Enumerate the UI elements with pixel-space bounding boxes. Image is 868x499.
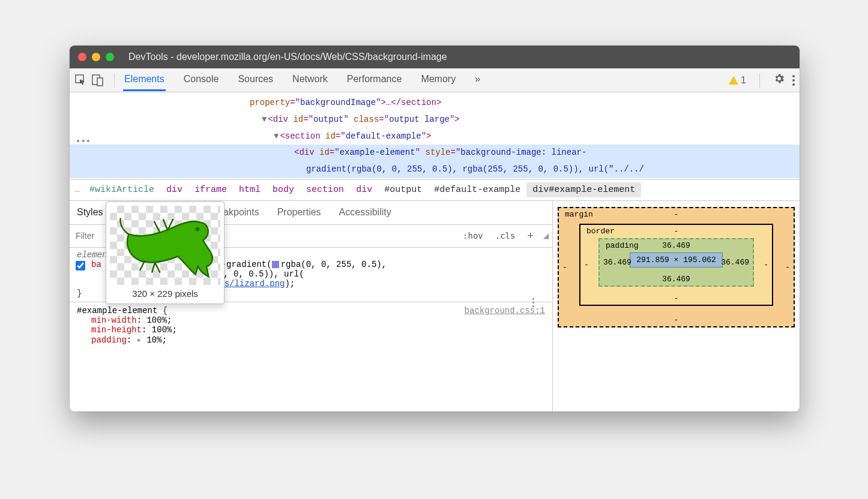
tab-performance[interactable]: Performance (346, 69, 403, 91)
warning-icon (729, 76, 738, 85)
margin-left[interactable]: - (562, 263, 567, 272)
box-border[interactable]: border - - - - padding 36.469 36.469 36.… (579, 224, 773, 306)
style-declaration[interactable]: min-width: 100%; (77, 315, 545, 325)
zoom-window-button[interactable] (106, 53, 114, 61)
padding-right[interactable]: 36.469 (721, 258, 749, 267)
minimize-window-button[interactable] (92, 53, 100, 61)
close-window-button[interactable] (78, 53, 86, 61)
rule-close: } (77, 288, 82, 298)
border-top[interactable]: - (674, 227, 679, 236)
dom-line[interactable]: gradient(rgba(0, 0, 255, 0.5), rgba(255,… (70, 161, 800, 178)
margin-bottom[interactable]: - (674, 315, 679, 324)
rule-menu-icon[interactable] (532, 298, 534, 307)
side-tab-accessibility[interactable]: Accessibility (339, 207, 391, 218)
image-preview-tooltip: 320 × 229 pixels (106, 202, 225, 304)
dom-line[interactable]: ▼<div id="output" class="output large"> (70, 112, 800, 128)
box-padding[interactable]: padding 36.469 36.469 36.469 36.469 291.… (598, 238, 754, 287)
style-declaration[interactable]: padding: ▸ 10%; (77, 335, 545, 345)
cls-toggle[interactable]: .cls (489, 231, 522, 241)
box-content[interactable]: 291.859 × 195.062 (630, 252, 723, 267)
breadcrumb[interactable]: html (233, 182, 267, 197)
breadcrumb[interactable]: div (160, 182, 188, 197)
lizard-icon (114, 210, 216, 281)
border-left[interactable]: - (584, 260, 589, 269)
padding-bottom[interactable]: 36.469 (662, 275, 690, 284)
image-preview (110, 206, 220, 285)
settings-icon[interactable] (773, 73, 785, 88)
inspect-icon[interactable] (74, 74, 88, 87)
border-label: border (586, 227, 615, 236)
dom-line[interactable]: <div id="example-element" style="backgro… (70, 145, 800, 161)
css-property: ba (91, 260, 101, 269)
margin-right[interactable]: - (785, 263, 790, 272)
padding-left[interactable]: 36.469 (603, 258, 631, 267)
more-options-icon[interactable] (792, 75, 795, 86)
svg-rect-2 (97, 78, 103, 86)
device-toolbar-icon[interactable] (91, 74, 104, 87)
side-tab-properties[interactable]: Properties (277, 207, 321, 218)
traffic-lights (78, 53, 114, 61)
ellipsis-icon[interactable]: ••• (73, 136, 93, 148)
expand-corner-icon[interactable]: ◢ (540, 232, 552, 240)
side-tab-styles[interactable]: Styles (77, 207, 103, 218)
rule-selector: #example-element { background.css:1 (77, 306, 545, 315)
toolbar: Elements Console Sources Network Perform… (70, 68, 800, 92)
tab-network[interactable]: Network (291, 69, 329, 91)
twisty-icon[interactable]: ▼ (274, 131, 279, 141)
new-style-rule-button[interactable]: + (521, 230, 540, 242)
tab-elements[interactable]: Elements (123, 69, 166, 91)
dom-selected-row[interactable]: ••• <div id="example-element" style="bac… (70, 145, 800, 178)
breadcrumb-selected[interactable]: div#example-element (526, 182, 641, 197)
dom-line[interactable]: ▼<section id="default-example"> (70, 128, 800, 145)
border-bottom[interactable]: - (674, 294, 679, 303)
separator (759, 73, 760, 88)
warning-number: 1 (741, 75, 746, 86)
border-right[interactable]: - (764, 260, 768, 269)
tab-console[interactable]: Console (182, 69, 220, 91)
breadcrumb[interactable]: div (350, 182, 378, 197)
breadcrumb[interactable]: #output (378, 182, 428, 197)
tab-memory[interactable]: Memory (420, 69, 457, 91)
breadcrumb[interactable]: #wikiArticle (83, 182, 160, 197)
toolbar-right: 1 (729, 73, 795, 88)
breadcrumbs[interactable]: … #wikiArticle div iframe html body sect… (70, 179, 800, 201)
more-tabs-chevron[interactable]: » (474, 69, 481, 91)
dom-line[interactable]: property="backgroundImage">…</section> (70, 95, 800, 112)
image-dimensions: 320 × 229 pixels (110, 288, 220, 299)
style-declaration[interactable]: min-height: 100%; (77, 325, 545, 335)
margin-top[interactable]: - (674, 210, 679, 219)
expand-shorthand-icon[interactable]: ▸ (137, 335, 142, 345)
breadcrumb[interactable]: section (300, 182, 350, 197)
breadcrumb-ellipsis[interactable]: … (74, 185, 80, 195)
source-link[interactable]: background.css:1 (465, 306, 545, 315)
panel-tabs: Elements Console Sources Network Perform… (123, 69, 481, 91)
twisty-icon[interactable]: ▼ (262, 115, 267, 124)
dom-tree[interactable]: property="backgroundImage">…</section> ▼… (70, 92, 800, 179)
breadcrumb[interactable]: #default-example (428, 182, 526, 197)
color-swatch-icon[interactable] (272, 261, 279, 268)
box-margin[interactable]: margin - - - - border - - - - padding 36… (558, 207, 795, 327)
hov-toggle[interactable]: :hov (457, 231, 489, 241)
margin-label: margin (565, 210, 593, 219)
padding-top[interactable]: 36.469 (662, 241, 690, 250)
box-model-pane: margin - - - - border - - - - padding 36… (552, 201, 800, 411)
window-title: DevTools - developer.mozilla.org/en-US/d… (128, 52, 447, 62)
warning-count[interactable]: 1 (729, 75, 746, 86)
breadcrumb[interactable]: body (267, 182, 300, 197)
svg-point-3 (196, 227, 200, 232)
padding-label: padding (606, 241, 639, 250)
tab-sources[interactable]: Sources (237, 69, 274, 91)
breadcrumb[interactable]: iframe (188, 182, 233, 197)
titlebar: DevTools - developer.mozilla.org/en-US/d… (70, 46, 800, 68)
separator (114, 73, 115, 88)
